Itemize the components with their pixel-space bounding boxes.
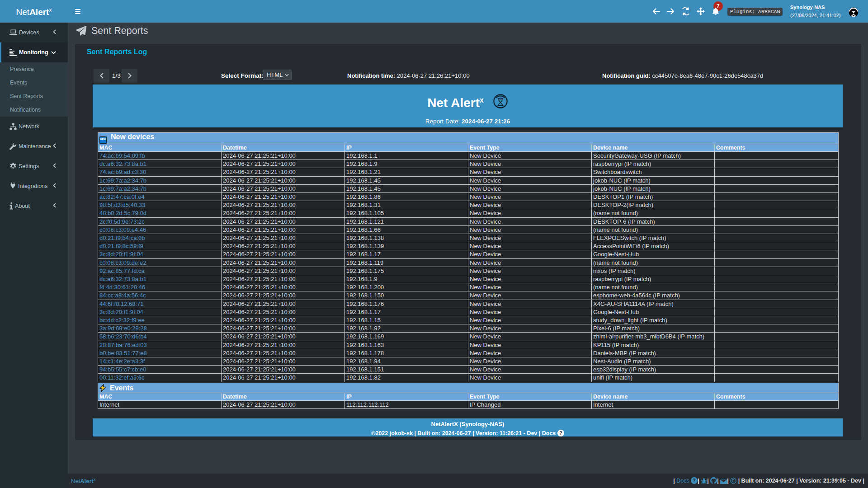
svg-text:?: ? xyxy=(693,478,696,483)
svg-text:?: ? xyxy=(559,431,562,436)
